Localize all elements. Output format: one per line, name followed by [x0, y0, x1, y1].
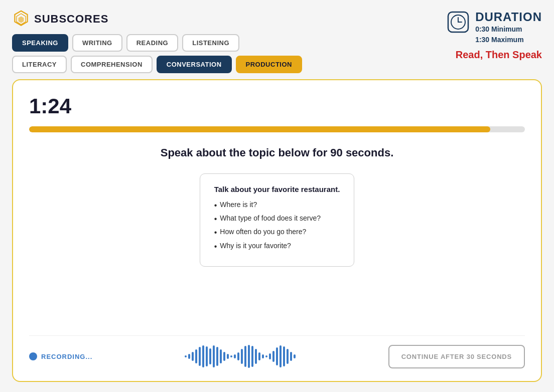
- tabs-row-1: SPEAKING WRITING READING LISTENING: [12, 34, 302, 52]
- waveform-bar: [251, 346, 253, 367]
- waveform-bar: [188, 354, 190, 359]
- main-card: 1:24 Speak about the topic below for 90 …: [12, 79, 542, 382]
- recording-row: RECORDING... CONTINUE AFTER 30 SECONDS: [29, 335, 525, 369]
- waveform-bar: [202, 345, 204, 367]
- waveform-bar: [213, 345, 215, 367]
- recording-label: RECORDING...: [41, 353, 92, 360]
- read-speak-label: Read, Then Speak: [456, 49, 542, 61]
- duration-section: DURATION 0:30 Minimum 1:30 Maximum Read,…: [447, 10, 542, 61]
- list-item: How often do you go there?: [214, 228, 340, 237]
- waveform-bar: [223, 352, 225, 361]
- waveform-bar: [276, 347, 278, 365]
- topic-card: Talk about your favorite restaurant. Whe…: [200, 173, 355, 267]
- waveform-bar: [244, 346, 246, 367]
- tab-writing[interactable]: WRITING: [72, 34, 122, 52]
- waveform-bar: [265, 355, 267, 357]
- speak-instruction: Speak about the topic below for 90 secon…: [29, 146, 525, 159]
- waveform: [185, 344, 296, 369]
- topic-title: Talk about your favorite restaurant.: [214, 185, 340, 193]
- tab-conversation[interactable]: CONVERSATION: [157, 56, 232, 73]
- page-header: SUBSCORES SPEAKING WRITING READING LISTE…: [12, 10, 542, 73]
- duration-title: DURATION: [475, 10, 542, 24]
- tab-literacy[interactable]: LITERACY: [12, 56, 67, 73]
- waveform-bar: [287, 349, 289, 364]
- waveform-bar: [209, 348, 211, 364]
- waveform-bar: [216, 347, 218, 366]
- recording-dot: [29, 352, 37, 360]
- tab-speaking[interactable]: SPEAKING: [12, 34, 68, 52]
- waveform-bar: [269, 353, 271, 359]
- svg-marker-2: [19, 17, 24, 23]
- duration-max: 1:30 Maximum: [475, 35, 542, 45]
- waveform-bar: [230, 355, 232, 357]
- waveform-bar: [294, 354, 296, 358]
- waveform-bar: [280, 345, 282, 367]
- waveform-bar: [185, 355, 187, 357]
- continue-button[interactable]: CONTINUE AFTER 30 SECONDS: [388, 345, 525, 368]
- waveform-bar: [237, 352, 239, 360]
- waveform-bar: [192, 352, 194, 361]
- tab-listening[interactable]: LISTENING: [182, 34, 239, 52]
- duration-min: 0:30 Minimum: [475, 24, 542, 35]
- duration-info: DURATION 0:30 Minimum 1:30 Maximum: [475, 10, 542, 45]
- subscores-title: SUBSCORES: [12, 10, 302, 28]
- waveform-bar: [234, 354, 236, 358]
- waveform-bar: [227, 354, 229, 359]
- waveform-bar: [220, 349, 222, 363]
- waveform-bar: [195, 349, 197, 363]
- recording-indicator: RECORDING...: [29, 352, 92, 360]
- waveform-bar: [290, 352, 292, 361]
- timer-display: 1:24: [29, 94, 525, 118]
- list-item: Why is it your favorite?: [214, 242, 340, 251]
- waveform-bar: [199, 347, 201, 366]
- topic-list: Where is it? What type of food does it s…: [214, 201, 340, 251]
- waveform-bar: [272, 351, 274, 362]
- waveform-bar: [258, 352, 260, 360]
- subscores-section: SUBSCORES SPEAKING WRITING READING LISTE…: [12, 10, 302, 73]
- list-item: Where is it?: [214, 201, 340, 210]
- tab-reading[interactable]: READING: [126, 34, 178, 52]
- waveform-bar: [283, 346, 285, 366]
- clock-icon: [447, 11, 469, 33]
- tab-comprehension[interactable]: COMPREHENSION: [71, 56, 153, 73]
- progress-bar-fill: [29, 126, 490, 132]
- waveform-bar: [262, 354, 264, 358]
- waveform-bar: [206, 346, 208, 366]
- progress-bar-container: [29, 126, 525, 132]
- subscores-logo-icon: [12, 10, 30, 28]
- tabs-row-2: LITERACY COMPREHENSION CONVERSATION PROD…: [12, 56, 302, 73]
- waveform-bar: [255, 349, 257, 364]
- waveform-bar: [241, 349, 243, 364]
- tab-production[interactable]: PRODUCTION: [236, 56, 302, 73]
- subscores-label: SUBSCORES: [34, 13, 108, 26]
- list-item: What type of food does it serve?: [214, 214, 340, 224]
- waveform-bar: [248, 345, 250, 368]
